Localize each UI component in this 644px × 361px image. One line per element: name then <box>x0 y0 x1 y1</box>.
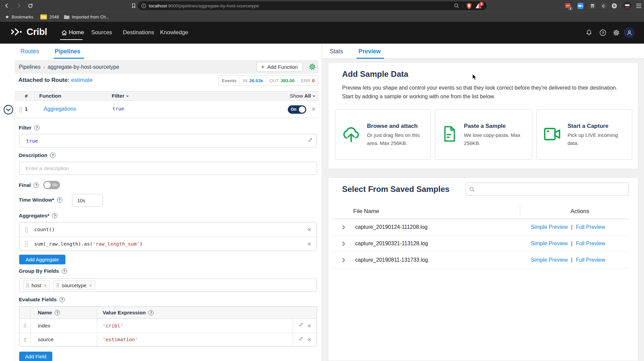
drag-handle-icon[interactable] <box>26 283 29 288</box>
forward-icon[interactable] <box>15 2 22 9</box>
drag-handle-icon[interactable] <box>19 107 22 112</box>
route-link[interactable]: estimate <box>71 77 93 83</box>
show-all-control[interactable]: Show All <box>290 93 315 99</box>
chevron-right-icon[interactable] <box>342 258 345 263</box>
site-info-icon[interactable] <box>141 3 146 8</box>
nav-home[interactable]: Home <box>69 29 84 36</box>
sphere-extension-icon[interactable] <box>610 2 618 9</box>
help-icon[interactable]: ? <box>59 297 65 302</box>
final-toggle[interactable]: No <box>43 181 60 189</box>
brave-shield-icon[interactable] <box>466 3 472 9</box>
collapse-function-icon[interactable] <box>3 105 13 115</box>
aggregate-row[interactable]: sum(_raw.length).as('raw_length_sum') × <box>19 237 317 251</box>
evaluate-fields-label: Evaluate Fields? <box>19 297 65 303</box>
chevron-right-icon[interactable] <box>342 225 345 230</box>
time-window-input[interactable]: 10s <box>72 194 103 207</box>
zoom-app-extension-icon[interactable] <box>577 2 584 9</box>
group-by-input[interactable]: host × sourcetype × <box>19 278 317 292</box>
expand-editor-icon[interactable] <box>307 138 313 144</box>
simple-preview-link[interactable]: Simple Preview <box>531 241 568 247</box>
bookmark-bookmarks[interactable]: ★ Bookmarks <box>5 12 34 22</box>
cribl-logo[interactable]: Cribl <box>10 27 47 37</box>
add-aggregate-button[interactable]: Add Aggregate <box>19 255 65 264</box>
sample-row[interactable]: capture_20190811-131733.log Simple Previ… <box>333 252 629 268</box>
evaluate-row[interactable]: source 'estimation' × <box>19 332 317 346</box>
sample-search-input[interactable] <box>477 183 625 195</box>
tab-preview[interactable]: Preview <box>359 48 381 55</box>
help-icon[interactable]: ? <box>52 213 57 218</box>
group-by-chip-host[interactable]: host × <box>23 280 50 290</box>
nav-sources[interactable]: Sources <box>91 29 112 36</box>
user-avatar-icon[interactable] <box>624 27 635 38</box>
remove-function-icon[interactable]: × <box>312 106 316 112</box>
expand-editor-icon[interactable] <box>298 337 303 343</box>
browser-menu-icon[interactable] <box>635 2 642 9</box>
drag-handle-icon[interactable] <box>25 241 28 247</box>
drag-handle-icon[interactable] <box>23 323 26 328</box>
help-icon[interactable]: ? <box>55 310 60 315</box>
notifications-bell-icon[interactable] <box>585 29 593 37</box>
help-icon[interactable]: ? <box>62 268 67 274</box>
help-icon[interactable]: ? <box>57 197 62 203</box>
full-preview-link[interactable]: Full Preview <box>576 224 605 230</box>
help-icon[interactable]: ? <box>50 153 55 158</box>
pipeline-settings-gear-icon[interactable] <box>309 63 316 70</box>
function-name-link[interactable]: Aggregations <box>44 106 76 112</box>
password-extension-icon[interactable]: 1 <box>564 2 572 9</box>
breadcrumb-root[interactable]: Pipelines <box>19 64 41 70</box>
col-filter[interactable]: Filter <box>112 93 129 99</box>
bookmark-imported-folder[interactable]: Imported from Ch... <box>64 12 109 22</box>
simple-preview-link[interactable]: Simple Preview <box>531 257 568 263</box>
remove-eval-row-icon[interactable]: × <box>307 336 311 343</box>
add-function-button[interactable]: + Add Function <box>256 62 303 72</box>
function-row[interactable]: 1 Aggregations true On × <box>15 101 319 118</box>
paste-sample-card[interactable]: Paste a Sample We love copy-pasta. Max 2… <box>435 109 532 160</box>
settings-gear-icon[interactable] <box>612 29 620 37</box>
add-field-button[interactable]: Add Field <box>19 352 52 361</box>
start-capture-card[interactable]: Start a Capture Pick up LIVE incoming da… <box>536 109 632 160</box>
url-bar[interactable]: localhost:9000/pipelines/aggregate-by-ho… <box>138 1 487 10</box>
remove-aggregate-icon[interactable]: × <box>307 241 311 247</box>
description-field[interactable] <box>19 162 317 174</box>
remove-eval-row-icon[interactable]: × <box>307 322 311 329</box>
expand-editor-icon[interactable] <box>298 322 303 329</box>
tab-routes[interactable]: Routes <box>20 48 39 55</box>
filter-input[interactable]: true <box>19 134 317 148</box>
nav-knowledge[interactable]: Knowledge <box>160 29 188 36</box>
bookmark-icon[interactable] <box>130 2 137 9</box>
cribl-logo-icon <box>10 27 24 37</box>
simple-preview-link[interactable]: Simple Preview <box>531 224 568 230</box>
full-preview-link[interactable]: Full Preview <box>576 257 605 263</box>
full-preview-link[interactable]: Full Preview <box>576 241 605 247</box>
drag-handle-icon[interactable] <box>56 283 59 288</box>
drag-handle-icon[interactable] <box>23 338 26 342</box>
help-icon[interactable]: ? <box>34 125 40 131</box>
browse-attach-card[interactable]: Browse and attach Or just drag files on … <box>335 109 431 160</box>
evaluate-row[interactable]: index 'cribl' × <box>19 319 317 332</box>
group-by-chip-sourcetype[interactable]: sourcetype × <box>53 280 95 290</box>
tab-stats[interactable]: Stats <box>330 48 343 55</box>
remove-aggregate-icon[interactable]: × <box>307 226 311 233</box>
notes-extension-icon[interactable] <box>589 2 596 9</box>
help-icon[interactable]: ? <box>148 310 154 315</box>
clipboard-extension-icon[interactable]: C <box>600 2 607 9</box>
adblock-extension-icon[interactable]: 5 <box>475 3 482 9</box>
reload-icon[interactable] <box>27 2 34 9</box>
sample-row[interactable]: capture_20190124-111208.log Simple Previ… <box>333 219 629 236</box>
tab-pipelines[interactable]: Pipelines <box>55 48 80 55</box>
remove-chip-icon[interactable]: × <box>89 282 92 288</box>
sample-row[interactable]: capture_20190321-113128.log Simple Previ… <box>333 236 629 252</box>
function-toggle[interactable]: On <box>288 105 306 114</box>
profile-avatar[interactable] <box>623 1 632 10</box>
help-icon[interactable]: ? <box>599 29 607 37</box>
back-icon[interactable] <box>3 2 10 9</box>
nav-destinations[interactable]: Destinations <box>123 29 154 36</box>
remove-chip-icon[interactable]: × <box>44 282 47 288</box>
function-filter-value: true <box>112 106 124 111</box>
aggregate-row[interactable]: count() × <box>19 222 317 237</box>
chevron-right-icon[interactable] <box>342 241 345 246</box>
help-icon[interactable]: ? <box>34 183 39 188</box>
drag-handle-icon[interactable] <box>25 227 28 233</box>
zoom-page-icon[interactable] <box>454 3 459 8</box>
bookmark-2048[interactable]: 2048 2048 <box>40 12 59 22</box>
